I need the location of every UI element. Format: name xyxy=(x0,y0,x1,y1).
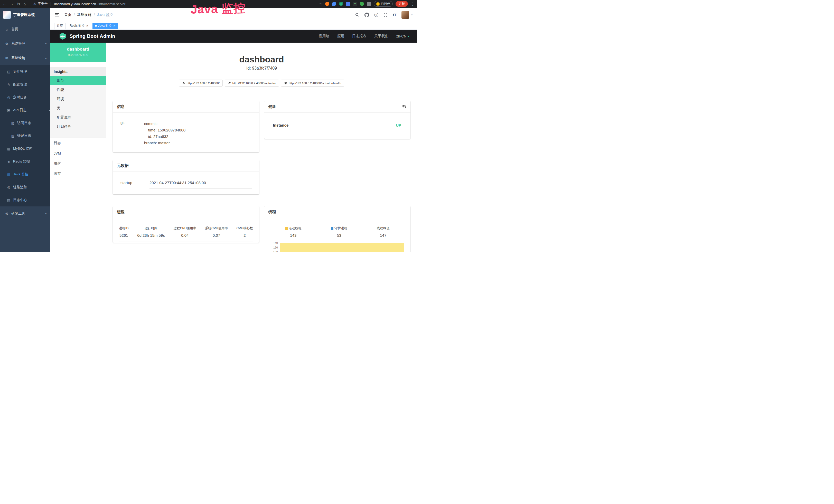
health-instance-row[interactable]: Instance UP xyxy=(273,123,401,132)
sba-menu-classes[interactable]: 类 xyxy=(50,104,106,113)
tab-label: Redis 监控 xyxy=(70,24,85,28)
sba-menu-mappings[interactable]: 映射 xyxy=(50,158,106,169)
sidebar-item-access-log[interactable]: ▧ 访问日志 xyxy=(0,117,50,130)
metadata-card: 元数据 startup 2021-04-27T00:44:31.254+08:0… xyxy=(113,160,259,194)
sba-nav-wallboard[interactable]: 应用墙 xyxy=(319,34,330,39)
sba-menu-environment[interactable]: 环境 xyxy=(50,94,106,104)
sba-nav-applications[interactable]: 应用 xyxy=(337,34,345,39)
font-size-icon[interactable]: tT xyxy=(393,13,396,17)
extension-icon-leaf[interactable] xyxy=(360,2,364,6)
sidebar-item-log-center[interactable]: ▤ 日志中心 xyxy=(0,193,50,206)
stat-label: 运行时间 xyxy=(137,226,165,231)
app-sidebar: 芋道管理系统 ⌂ 首页 ⚙ 系统管理 ▾ ⊞ 基础设施 ▴ ▤ 文件管理 ✎ 配… xyxy=(0,8,50,252)
close-tab-icon[interactable]: × xyxy=(86,24,88,28)
avatar-caret-icon: ▾ xyxy=(411,14,413,16)
instance-actuator-link[interactable]: http://192.168.0.2:48080/actuator xyxy=(225,79,279,87)
sidebar-item-scheduled-jobs[interactable]: ◷ 定时任务 xyxy=(0,91,50,104)
browser-home-icon[interactable]: ⌂ xyxy=(24,2,26,6)
search-icon[interactable] xyxy=(355,13,359,17)
browser-menu-icon[interactable]: ⋮ xyxy=(411,2,415,6)
sba-main: dashboard Id: 93a3fc7f7409 http://192.16… xyxy=(106,43,417,252)
tab-home[interactable]: 首页 xyxy=(54,23,66,29)
git-commit-line: commit: xyxy=(144,120,252,127)
sba-menu-scheduled-tasks[interactable]: 计划任务 xyxy=(50,122,106,132)
instance-root-link[interactable]: http://192.168.0.2:48080/ xyxy=(179,79,223,87)
close-tab-icon[interactable]: × xyxy=(113,24,115,28)
metadata-value: 2021-04-27T00:44:31.254+08:00 xyxy=(150,181,252,189)
github-icon[interactable] xyxy=(365,13,369,17)
health-card: 健康 Instance UP xyxy=(264,101,411,139)
collapse-menu-icon[interactable] xyxy=(55,12,60,17)
sba-nav-about[interactable]: 关于我们 xyxy=(374,34,389,39)
tab-java-monitor[interactable]: Java 监控 × xyxy=(92,23,118,29)
infrastructure-submenu: ▤ 文件管理 ✎ 配置管理 ◷ 定时任务 ▣ API 日志 ▴ ▧ 访问日志 ▨ xyxy=(0,65,50,206)
sidebar-item-mysql-monitor[interactable]: ▦ MySQL 监控 xyxy=(0,142,50,155)
access-log-icon: ▧ xyxy=(11,121,15,125)
page-header: 首页 / 基础设施 / Java 监控 ? tT ▾ xyxy=(50,8,417,22)
extension-icon-puzzle[interactable] xyxy=(367,2,371,6)
sba-menu-details[interactable]: 细节 xyxy=(50,76,106,85)
tools-icon: ⚒ xyxy=(5,212,9,216)
update-button[interactable]: 更新 xyxy=(396,1,408,7)
y-tick: 140 xyxy=(270,240,278,245)
address-bar[interactable]: ⚠ 不安全 dashboard.yudao.iocoder.cn/infra/a… xyxy=(34,2,126,6)
sidebar-item-tracing[interactable]: ◎ 链路追踪 xyxy=(0,181,50,193)
instance-health-link[interactable]: http://192.168.0.2:48080/actuator/health xyxy=(281,79,344,87)
sidebar-item-api-log[interactable]: ▣ API 日志 ▴ xyxy=(0,104,50,117)
legend-value: 143 xyxy=(285,233,302,237)
bookmark-star-icon[interactable]: ☆ xyxy=(319,2,322,6)
sidebar-item-redis-monitor[interactable]: ◈ Redis 监控 xyxy=(0,155,50,168)
security-warning-label[interactable]: 不安全 xyxy=(38,2,47,6)
reload-icon[interactable]: ↻ xyxy=(17,2,20,6)
sidebar-item-file-mgmt[interactable]: ▤ 文件管理 xyxy=(0,65,50,78)
sidebar-item-java-monitor[interactable]: ▥ Java 监控 xyxy=(0,168,50,181)
breadcrumb-home[interactable]: 首页 xyxy=(64,13,71,17)
sidebar-item-label: 定时任务 xyxy=(13,95,27,100)
sidebar-item-system-mgmt[interactable]: ⚙ 系统管理 ▾ xyxy=(0,37,50,51)
paused-badge[interactable]: 已暂停 xyxy=(374,1,393,7)
back-icon[interactable]: ← xyxy=(3,2,6,6)
app-logo: 芋道管理系统 xyxy=(0,8,50,22)
sba-menu-jvm[interactable]: JVM xyxy=(50,148,106,158)
extension-icon-blue-drop[interactable] xyxy=(332,2,336,6)
sba-menu-caches[interactable]: 缓存 xyxy=(50,169,106,179)
link-label: http://192.168.0.2:48080/ xyxy=(187,82,220,85)
sidebar-item-infrastructure[interactable]: ⊞ 基础设施 ▴ xyxy=(0,51,50,65)
tab-redis-monitor[interactable]: Redis 监控 × xyxy=(67,23,91,29)
sba-nav-journal[interactable]: 日志报表 xyxy=(352,34,367,39)
fullscreen-icon[interactable] xyxy=(383,13,388,17)
sba-menu-config-props[interactable]: 配置属性 xyxy=(50,113,106,122)
sidebar-item-dev-tools[interactable]: ⚒ 研发工具 ▾ xyxy=(0,206,50,221)
extension-icon-on-badge[interactable]: on xyxy=(353,2,357,6)
legend-label: 活动线程 xyxy=(289,226,302,231)
breadcrumb-separator: / xyxy=(94,13,95,17)
omnibox-divider xyxy=(50,2,51,6)
sidebar-item-error-log[interactable]: ▨ 错误日志 xyxy=(0,130,50,142)
history-icon[interactable] xyxy=(402,105,407,109)
extension-icon-orange[interactable] xyxy=(325,2,329,6)
sba-menu-logs[interactable]: 日志 xyxy=(50,138,106,148)
breadcrumb-infrastructure[interactable]: 基础设施 xyxy=(77,13,91,17)
sidebar-item-config-mgmt[interactable]: ✎ 配置管理 xyxy=(0,78,50,91)
forward-icon[interactable]: → xyxy=(10,2,14,6)
extension-icon-green-circle[interactable] xyxy=(339,2,343,6)
sidebar-item-home[interactable]: ⌂ 首页 xyxy=(0,22,50,37)
link-label: http://192.168.0.2:48080/actuator xyxy=(233,82,276,85)
sidebar-item-label: 系统管理 xyxy=(11,41,25,46)
sidebar-item-label: 配置管理 xyxy=(13,82,27,87)
extension-icon-grid[interactable] xyxy=(346,2,350,6)
card-title: 线程 xyxy=(268,209,276,214)
health-card-header: 健康 xyxy=(264,101,411,113)
sba-brand[interactable]: Spring Boot Admin xyxy=(70,33,115,39)
heart-icon xyxy=(284,82,287,85)
user-avatar[interactable] xyxy=(401,11,409,19)
sidebar-item-label: 文件管理 xyxy=(13,69,27,74)
sba-nav-links: 应用墙 应用 日志报表 关于我们 zh-CN ▾ xyxy=(319,34,410,39)
instance-header[interactable]: dashboard 93a3fc7f7409 xyxy=(50,43,106,62)
security-warning-icon[interactable]: ⚠ xyxy=(34,2,36,6)
locale-selector[interactable]: zh-CN ▾ xyxy=(396,34,410,38)
info-card-body: git commit: time: 1596289704000 id: 27aa… xyxy=(113,113,259,149)
chevron-up-icon: ▴ xyxy=(45,57,46,59)
help-icon[interactable]: ? xyxy=(374,13,378,17)
sba-menu-performance[interactable]: 性能 xyxy=(50,85,106,94)
